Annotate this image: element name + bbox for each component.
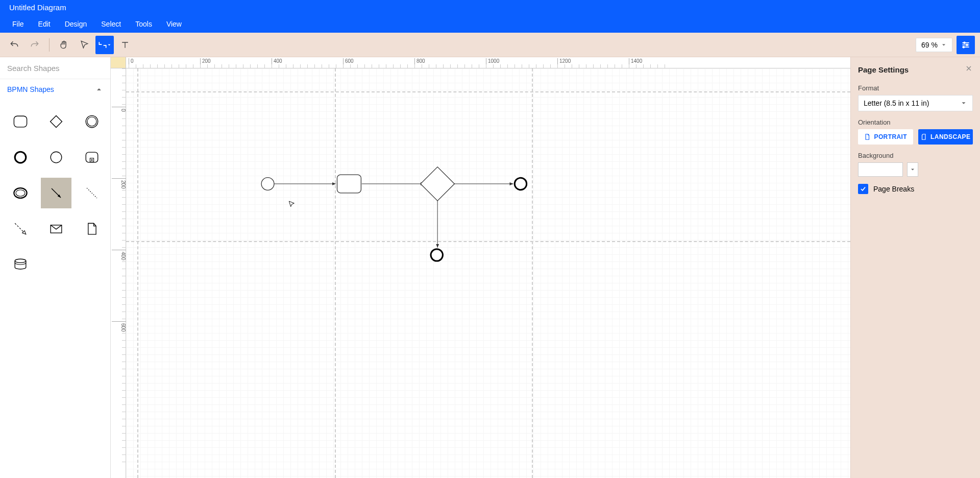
menu-design[interactable]: Design	[58, 17, 94, 31]
page-breaks-checkbox[interactable]	[858, 184, 868, 194]
svg-rect-25	[337, 175, 361, 193]
svg-rect-26	[421, 167, 454, 201]
svg-line-16	[15, 223, 24, 232]
ruler-horizontal: 0 200 400 600 800 1000 1200 1400	[126, 57, 850, 68]
shape-intermediate-event[interactable]	[77, 106, 107, 137]
svg-point-24	[261, 178, 274, 190]
close-icon	[965, 64, 973, 73]
orientation-landscape[interactable]: LANDSCAPE	[918, 129, 973, 145]
chevron-up-icon	[95, 85, 103, 93]
svg-point-12	[16, 190, 25, 197]
menu-bar: File Edit Design Select Tools View	[0, 15, 980, 33]
background-label: Background	[858, 152, 973, 159]
svg-point-27	[514, 178, 526, 189]
page-settings-panel: Page Settings Format Letter (8.5 in x 11…	[850, 57, 980, 478]
svg-point-0	[964, 42, 965, 43]
panel-title: Page Settings	[858, 65, 909, 74]
svg-point-19	[15, 259, 26, 262]
portrait-icon	[864, 133, 871, 140]
panel-toggle-button[interactable]	[957, 36, 975, 54]
background-swatch[interactable]	[858, 162, 903, 177]
text-tool[interactable]	[116, 36, 134, 54]
search-shapes[interactable]	[0, 57, 110, 79]
connector-tool[interactable]	[95, 36, 114, 54]
orientation-portrait[interactable]: PORTRAIT	[858, 129, 913, 145]
check-icon	[860, 185, 867, 193]
menu-select[interactable]: Select	[94, 17, 128, 31]
search-input[interactable]	[7, 64, 103, 73]
background-picker[interactable]	[907, 162, 918, 177]
svg-line-15	[87, 188, 97, 198]
format-label: Format	[858, 84, 973, 92]
pan-tool[interactable]	[55, 36, 73, 54]
shape-palette	[0, 99, 110, 287]
shape-message-flow[interactable]	[5, 213, 36, 244]
menu-edit[interactable]: Edit	[31, 17, 58, 31]
svg-point-8	[51, 152, 62, 163]
cursor-icon	[287, 200, 296, 208]
ruler-origin	[111, 57, 126, 68]
shape-event-subprocess[interactable]	[5, 178, 36, 208]
svg-point-5	[86, 115, 97, 127]
menu-file[interactable]: File	[5, 17, 31, 31]
canvas[interactable]	[126, 68, 850, 478]
shape-gateway[interactable]	[41, 106, 71, 137]
select-tool[interactable]	[75, 36, 93, 54]
close-panel-button[interactable]	[965, 64, 973, 75]
toolbar: 69 %	[0, 33, 980, 57]
svg-point-6	[87, 117, 96, 126]
chevron-down-icon	[960, 100, 967, 107]
chevron-down-icon	[910, 166, 916, 173]
menu-view[interactable]: View	[159, 17, 189, 31]
shape-subprocess[interactable]	[77, 142, 107, 173]
shape-data-store[interactable]	[5, 249, 36, 280]
format-value: Letter (8.5 in x 11 in)	[864, 99, 929, 107]
shape-end-event[interactable]	[5, 142, 36, 173]
svg-rect-4	[51, 116, 62, 128]
shape-start-event[interactable]	[41, 142, 71, 173]
ruler-vertical: 0 200 400 600	[111, 68, 126, 478]
shapes-sidebar: BPMN Shapes	[0, 57, 111, 478]
shape-task[interactable]	[5, 106, 36, 137]
svg-point-2	[963, 46, 964, 47]
chevron-down-icon	[941, 42, 947, 48]
shape-message[interactable]	[41, 213, 71, 244]
diagram-svg	[126, 68, 850, 478]
format-select[interactable]: Letter (8.5 in x 11 in)	[858, 95, 973, 111]
document-title: Untitled Diagram	[0, 0, 980, 15]
redo-button[interactable]	[26, 36, 44, 54]
svg-rect-3	[14, 116, 27, 127]
svg-point-1	[966, 44, 968, 45]
canvas-area: 0 200 400 600 800 1000 1200 1400 0 200 4…	[111, 57, 850, 478]
shape-category-bpmn[interactable]: BPMN Shapes	[0, 79, 110, 99]
app-header: Untitled Diagram File Edit Design Select…	[0, 0, 980, 33]
landscape-icon	[920, 133, 927, 140]
undo-button[interactable]	[5, 36, 23, 54]
menu-tools[interactable]: Tools	[128, 17, 159, 31]
svg-point-7	[15, 152, 26, 163]
shape-association[interactable]	[77, 178, 107, 208]
shape-data-object[interactable]	[77, 213, 107, 244]
page-breaks-label: Page Breaks	[873, 185, 914, 193]
shape-category-label: BPMN Shapes	[7, 85, 54, 93]
svg-point-28	[431, 249, 443, 261]
shape-sequence-flow[interactable]	[41, 178, 71, 208]
zoom-level[interactable]: 69 %	[916, 38, 952, 52]
orientation-label: Orientation	[858, 118, 973, 126]
zoom-value: 69 %	[921, 41, 938, 49]
